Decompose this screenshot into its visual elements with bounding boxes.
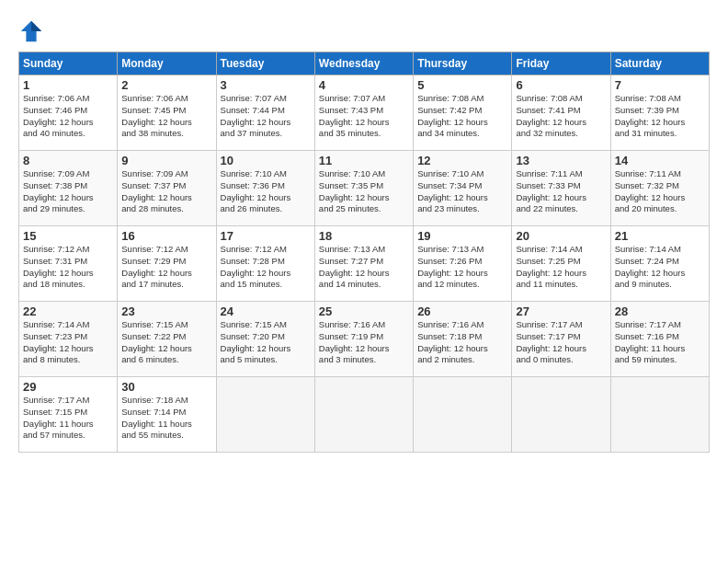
calendar-day-cell: 22Sunrise: 7:14 AMSunset: 7:23 PMDayligh… (19, 302, 118, 377)
calendar-day-cell: 1Sunrise: 7:06 AMSunset: 7:46 PMDaylight… (19, 75, 118, 151)
day-number: 6 (516, 78, 606, 92)
day-info: Sunrise: 7:08 AMSunset: 7:41 PMDaylight:… (516, 93, 606, 140)
day-info: Sunrise: 7:06 AMSunset: 7:46 PMDaylight:… (23, 93, 113, 140)
day-number: 29 (23, 380, 113, 394)
page: SundayMondayTuesdayWednesdayThursdayFrid… (0, 0, 728, 462)
calendar-day-cell: 5Sunrise: 7:08 AMSunset: 7:42 PMDaylight… (414, 75, 512, 151)
calendar-day-cell: 4Sunrise: 7:07 AMSunset: 7:43 PMDaylight… (314, 75, 413, 151)
day-number: 14 (615, 154, 705, 167)
day-info: Sunrise: 7:11 AMSunset: 7:32 PMDaylight:… (615, 168, 705, 215)
day-number: 8 (23, 154, 113, 167)
day-info: Sunrise: 7:17 AMSunset: 7:17 PMDaylight:… (516, 319, 606, 366)
calendar-day-cell: 8Sunrise: 7:09 AMSunset: 7:38 PMDaylight… (19, 151, 118, 226)
day-info: Sunrise: 7:18 AMSunset: 7:14 PMDaylight:… (121, 395, 211, 442)
calendar-week-row: 29Sunrise: 7:17 AMSunset: 7:15 PMDayligh… (19, 377, 710, 453)
day-number: 19 (417, 229, 507, 243)
day-number: 22 (23, 304, 113, 318)
calendar-day-cell: 28Sunrise: 7:17 AMSunset: 7:16 PMDayligh… (610, 302, 709, 377)
calendar-day-cell: 16Sunrise: 7:12 AMSunset: 7:29 PMDayligh… (118, 226, 216, 302)
day-number: 7 (615, 78, 705, 92)
calendar-week-row: 15Sunrise: 7:12 AMSunset: 7:31 PMDayligh… (19, 226, 710, 302)
calendar-day-cell: 7Sunrise: 7:08 AMSunset: 7:39 PMDaylight… (610, 75, 709, 151)
day-info: Sunrise: 7:12 AMSunset: 7:28 PMDaylight:… (221, 244, 311, 291)
logo-icon (18, 18, 44, 44)
day-number: 4 (319, 78, 409, 92)
day-number: 15 (23, 229, 113, 243)
calendar-day-cell: 15Sunrise: 7:12 AMSunset: 7:31 PMDayligh… (19, 226, 118, 302)
calendar-day-cell: 26Sunrise: 7:16 AMSunset: 7:18 PMDayligh… (414, 302, 512, 377)
day-info: Sunrise: 7:14 AMSunset: 7:23 PMDaylight:… (23, 319, 113, 366)
calendar-day-cell (314, 377, 413, 453)
calendar-day-cell: 12Sunrise: 7:10 AMSunset: 7:34 PMDayligh… (414, 151, 512, 226)
day-number: 18 (319, 229, 409, 243)
weekday-header: Thursday (414, 52, 512, 75)
calendar-day-cell: 6Sunrise: 7:08 AMSunset: 7:41 PMDaylight… (512, 75, 610, 151)
calendar-day-cell: 30Sunrise: 7:18 AMSunset: 7:14 PMDayligh… (118, 377, 216, 453)
calendar-day-cell: 18Sunrise: 7:13 AMSunset: 7:27 PMDayligh… (314, 226, 413, 302)
svg-marker-1 (31, 21, 41, 31)
header (18, 15, 710, 44)
day-info: Sunrise: 7:13 AMSunset: 7:26 PMDaylight:… (417, 244, 507, 291)
day-info: Sunrise: 7:14 AMSunset: 7:24 PMDaylight:… (615, 244, 705, 291)
calendar-day-cell: 17Sunrise: 7:12 AMSunset: 7:28 PMDayligh… (216, 226, 314, 302)
day-number: 12 (417, 154, 507, 167)
calendar-day-cell: 25Sunrise: 7:16 AMSunset: 7:19 PMDayligh… (314, 302, 413, 377)
calendar-week-row: 22Sunrise: 7:14 AMSunset: 7:23 PMDayligh… (19, 302, 710, 377)
calendar-day-cell: 23Sunrise: 7:15 AMSunset: 7:22 PMDayligh… (118, 302, 216, 377)
day-info: Sunrise: 7:10 AMSunset: 7:34 PMDaylight:… (417, 168, 507, 215)
day-info: Sunrise: 7:11 AMSunset: 7:33 PMDaylight:… (516, 168, 606, 215)
day-info: Sunrise: 7:07 AMSunset: 7:43 PMDaylight:… (319, 93, 409, 140)
weekday-header: Saturday (610, 52, 709, 75)
calendar-table: SundayMondayTuesdayWednesdayThursdayFrid… (18, 52, 710, 453)
day-number: 25 (319, 304, 409, 318)
weekday-header: Friday (512, 52, 610, 75)
day-number: 13 (516, 154, 606, 167)
day-number: 3 (221, 78, 311, 92)
calendar-week-row: 1Sunrise: 7:06 AMSunset: 7:46 PMDaylight… (19, 75, 710, 151)
calendar-day-cell: 21Sunrise: 7:14 AMSunset: 7:24 PMDayligh… (610, 226, 709, 302)
calendar-day-cell: 27Sunrise: 7:17 AMSunset: 7:17 PMDayligh… (512, 302, 610, 377)
day-info: Sunrise: 7:16 AMSunset: 7:19 PMDaylight:… (319, 319, 409, 366)
day-info: Sunrise: 7:10 AMSunset: 7:36 PMDaylight:… (221, 168, 311, 215)
day-number: 23 (121, 304, 211, 318)
calendar-day-cell: 19Sunrise: 7:13 AMSunset: 7:26 PMDayligh… (414, 226, 512, 302)
weekday-header-row: SundayMondayTuesdayWednesdayThursdayFrid… (19, 52, 710, 75)
day-number: 11 (319, 154, 409, 167)
day-number: 16 (121, 229, 211, 243)
day-number: 5 (417, 78, 507, 92)
calendar-day-cell: 13Sunrise: 7:11 AMSunset: 7:33 PMDayligh… (512, 151, 610, 226)
day-number: 30 (121, 380, 211, 394)
weekday-header: Sunday (19, 52, 118, 75)
day-number: 26 (417, 304, 507, 318)
day-number: 24 (221, 304, 311, 318)
day-number: 27 (516, 304, 606, 318)
day-info: Sunrise: 7:12 AMSunset: 7:31 PMDaylight:… (23, 244, 113, 291)
day-info: Sunrise: 7:12 AMSunset: 7:29 PMDaylight:… (121, 244, 211, 291)
day-info: Sunrise: 7:15 AMSunset: 7:20 PMDaylight:… (221, 319, 311, 366)
weekday-header: Wednesday (314, 52, 413, 75)
calendar-day-cell: 3Sunrise: 7:07 AMSunset: 7:44 PMDaylight… (216, 75, 314, 151)
calendar-day-cell: 29Sunrise: 7:17 AMSunset: 7:15 PMDayligh… (19, 377, 118, 453)
calendar-day-cell: 20Sunrise: 7:14 AMSunset: 7:25 PMDayligh… (512, 226, 610, 302)
day-info: Sunrise: 7:10 AMSunset: 7:35 PMDaylight:… (319, 168, 409, 215)
weekday-header: Monday (118, 52, 216, 75)
day-info: Sunrise: 7:08 AMSunset: 7:39 PMDaylight:… (615, 93, 705, 140)
calendar-day-cell: 24Sunrise: 7:15 AMSunset: 7:20 PMDayligh… (216, 302, 314, 377)
day-info: Sunrise: 7:09 AMSunset: 7:38 PMDaylight:… (23, 168, 113, 215)
logo (18, 18, 48, 44)
day-number: 2 (121, 78, 211, 92)
day-number: 1 (23, 78, 113, 92)
day-number: 21 (615, 229, 705, 243)
calendar-day-cell (610, 377, 709, 453)
day-info: Sunrise: 7:09 AMSunset: 7:37 PMDaylight:… (121, 168, 211, 215)
day-info: Sunrise: 7:07 AMSunset: 7:44 PMDaylight:… (221, 93, 311, 140)
day-info: Sunrise: 7:13 AMSunset: 7:27 PMDaylight:… (319, 244, 409, 291)
day-info: Sunrise: 7:06 AMSunset: 7:45 PMDaylight:… (121, 93, 211, 140)
day-number: 9 (121, 154, 211, 167)
day-info: Sunrise: 7:16 AMSunset: 7:18 PMDaylight:… (417, 319, 507, 366)
calendar-day-cell: 14Sunrise: 7:11 AMSunset: 7:32 PMDayligh… (610, 151, 709, 226)
day-info: Sunrise: 7:17 AMSunset: 7:16 PMDaylight:… (615, 319, 705, 366)
calendar-day-cell (414, 377, 512, 453)
day-info: Sunrise: 7:15 AMSunset: 7:22 PMDaylight:… (121, 319, 211, 366)
day-number: 20 (516, 229, 606, 243)
